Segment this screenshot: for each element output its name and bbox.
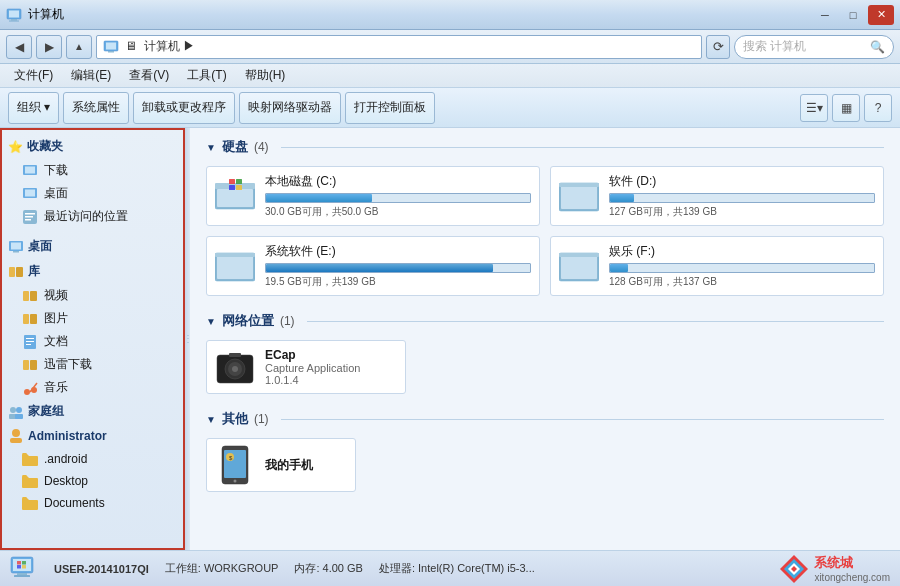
svg-rect-6	[108, 51, 114, 53]
sidebar-download-label: 下载	[44, 162, 68, 179]
uninstall-button[interactable]: 卸载或更改程序	[133, 92, 235, 124]
sidebar-item-download[interactable]: 下载	[0, 159, 184, 182]
menu-view[interactable]: 查看(V)	[121, 65, 177, 86]
svg-rect-28	[23, 360, 29, 370]
ecap-desc2: 1.0.1.4	[265, 374, 360, 386]
svg-rect-14	[25, 219, 31, 221]
sidebar-music-label: 音乐	[44, 379, 68, 396]
drive-e-icon	[215, 249, 255, 283]
svg-rect-2	[11, 19, 17, 21]
titlebar-controls: ─ □ ✕	[812, 5, 894, 25]
download-icon	[22, 163, 38, 179]
sidebar-item-desktopf[interactable]: Desktop	[0, 470, 184, 492]
ecap-info: ECap Capture Application 1.0.1.4	[265, 348, 360, 386]
sidebar-item-doc[interactable]: 文档	[0, 330, 184, 353]
titlebar-title: 计算机	[28, 6, 64, 23]
ecap-name: ECap	[265, 348, 360, 362]
maximize-button[interactable]: □	[840, 5, 866, 25]
sidebar-desktop2-label: 桌面	[28, 238, 52, 255]
titlebar: 计算机 ─ □ ✕	[0, 0, 900, 30]
control-panel-button[interactable]: 打开控制面板	[345, 92, 435, 124]
statusbar: USER-20141017QI 工作组: WORKGROUP 内存: 4.00 …	[0, 550, 900, 586]
drive-d-info: 软件 (D:) 127 GB可用，共139 GB	[609, 173, 875, 219]
sidebar-favorites-header: ⭐ 收藏夹	[0, 134, 184, 159]
svg-rect-43	[236, 179, 242, 184]
menu-file[interactable]: 文件(F)	[6, 65, 61, 86]
drive-e-name: 系统软件 (E:)	[265, 243, 531, 260]
network-devices-list: ECap Capture Application 1.0.1.4	[206, 340, 884, 394]
search-icon: 🔍	[870, 40, 885, 54]
folder-icon-desktop	[22, 473, 38, 489]
drive-e[interactable]: 系统软件 (E:) 19.5 GB可用，共139 GB	[206, 236, 540, 296]
sidebar-desktop-label: 桌面	[44, 185, 68, 202]
svg-rect-72	[22, 565, 26, 569]
svg-rect-1	[9, 10, 19, 17]
sidebar-item-desktop[interactable]: 桌面	[0, 182, 184, 205]
picture-icon	[22, 311, 38, 327]
status-computer-name: USER-20141017QI	[54, 563, 149, 575]
drive-e-bar-container	[265, 263, 531, 273]
sidebar-item-thunder[interactable]: 迅雷下载	[0, 353, 184, 376]
svg-rect-38	[10, 438, 22, 443]
sidebar-desktop2-header: 桌面	[0, 234, 184, 259]
svg-rect-44	[229, 185, 235, 190]
status-workgroup: 工作组: WORKGROUP	[165, 561, 279, 576]
sidebar-item-documents[interactable]: Documents	[0, 492, 184, 514]
computer-icon	[6, 7, 22, 23]
desktop-icon	[22, 186, 38, 202]
forward-button[interactable]: ▶	[36, 35, 62, 59]
drive-c[interactable]: 本地磁盘 (C:) 30.0 GB可用，共50.0 GB	[206, 166, 540, 226]
menu-help[interactable]: 帮助(H)	[237, 65, 294, 86]
view-menu-button[interactable]: ☰▾	[800, 94, 828, 122]
layout-button[interactable]: ▦	[832, 94, 860, 122]
close-button[interactable]: ✕	[868, 5, 894, 25]
sidebar-library-label: 库	[28, 263, 40, 280]
search-placeholder: 搜索 计算机	[743, 38, 806, 55]
drive-c-bar-container	[265, 193, 531, 203]
menu-edit[interactable]: 编辑(E)	[63, 65, 119, 86]
address-bar[interactable]: 🖥 计算机 ▶	[96, 35, 702, 59]
network-device-ecap[interactable]: ECap Capture Application 1.0.1.4	[206, 340, 406, 394]
phone-name: 我的手机	[265, 457, 313, 474]
music-icon	[22, 380, 38, 396]
section-line-other	[281, 419, 884, 420]
status-logo: 系统城 xitongcheng.com	[778, 553, 890, 585]
folder-icon-android	[22, 451, 38, 467]
organize-button[interactable]: 组织 ▾	[8, 92, 59, 124]
minimize-button[interactable]: ─	[812, 5, 838, 25]
refresh-button[interactable]: ⟳	[706, 35, 730, 59]
drive-d[interactable]: 软件 (D:) 127 GB可用，共139 GB	[550, 166, 884, 226]
svg-rect-19	[16, 267, 23, 277]
drive-f[interactable]: 娱乐 (F:) 128 GB可用，共137 GB	[550, 236, 884, 296]
svg-point-58	[232, 366, 238, 372]
sidebar-documents-label: Documents	[44, 496, 105, 510]
drive-c-space: 30.0 GB可用，共50.0 GB	[265, 205, 531, 219]
other-device-phone[interactable]: $ 我的手机	[206, 438, 356, 492]
svg-point-30	[24, 389, 30, 395]
drive-f-bar-container	[609, 263, 875, 273]
sidebar-recent-label: 最近访问的位置	[44, 208, 128, 225]
svg-rect-50	[217, 255, 253, 279]
star-icon: ⭐	[8, 140, 23, 154]
sidebar-item-android[interactable]: .android	[0, 448, 184, 470]
svg-rect-22	[23, 314, 29, 324]
svg-rect-51	[215, 253, 255, 257]
drive-c-info: 本地磁盘 (C:) 30.0 GB可用，共50.0 GB	[265, 173, 531, 219]
sidebar-item-video[interactable]: 视频	[0, 284, 184, 307]
back-button[interactable]: ◀	[6, 35, 32, 59]
menu-tools[interactable]: 工具(T)	[179, 65, 234, 86]
search-box[interactable]: 搜索 计算机 🔍	[734, 35, 894, 59]
sidebar-item-picture[interactable]: 图片	[0, 307, 184, 330]
sidebar-desktopf-label: Desktop	[44, 474, 88, 488]
section-arrow-network: ▼	[206, 316, 216, 327]
folder-icon-documents	[22, 495, 38, 511]
drive-d-name: 软件 (D:)	[609, 173, 875, 190]
svg-rect-23	[30, 314, 37, 324]
sidebar-item-recent[interactable]: 最近访问的位置	[0, 205, 184, 228]
up-button[interactable]: ▲	[66, 35, 92, 59]
sidebar-item-music[interactable]: 音乐	[0, 376, 184, 399]
drive-d-bar	[610, 194, 634, 202]
map-drive-button[interactable]: 映射网络驱动器	[239, 92, 341, 124]
help-button[interactable]: ?	[864, 94, 892, 122]
system-props-button[interactable]: 系统属性	[63, 92, 129, 124]
